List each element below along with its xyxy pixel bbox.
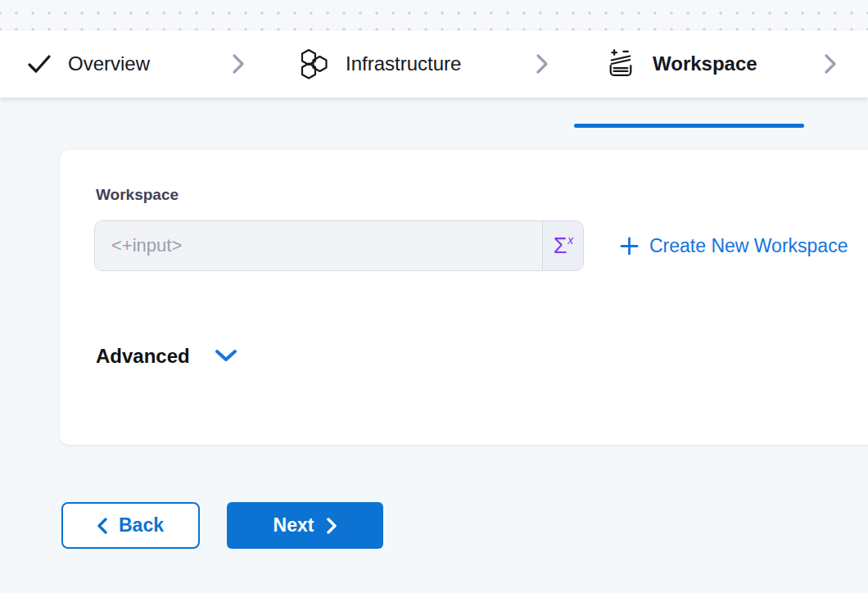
advanced-label: Advanced [96,345,190,368]
chevron-down-icon [215,349,237,364]
back-button[interactable]: Back [61,502,200,549]
chevron-right-icon [232,30,245,97]
check-icon [27,54,52,74]
step-overview[interactable]: Overview [27,30,150,97]
step-label: Overview [68,52,150,75]
create-new-workspace-link[interactable]: Create New Workspace [620,220,848,271]
step-label: Infrastructure [346,52,461,75]
hexagon-cluster-icon [298,48,329,80]
chevron-left-icon [97,518,107,534]
advanced-section-toggle[interactable]: Advanced [96,345,237,368]
workspace-field-label: Workspace [96,186,179,204]
dotted-background-band [0,0,868,30]
step-workspace[interactable]: Workspace [605,30,757,97]
workspace-input[interactable] [95,221,542,270]
plus-icon [620,237,639,256]
create-link-label: Create New Workspace [649,235,848,257]
step-label: Workspace [653,52,757,75]
chevron-right-icon [327,518,337,534]
workspace-form-card: Workspace Σx Create New Workspace Advanc… [60,150,868,445]
sigma-icon: Σ [554,233,567,259]
wizard-stepper: Overview Infrastructure [0,30,868,97]
active-step-underline [574,124,804,128]
step-infrastructure[interactable]: Infrastructure [298,30,461,97]
back-button-label: Back [119,514,164,536]
workspace-input-group: Σx [94,220,584,271]
chevron-right-icon [824,30,837,97]
next-button-label: Next [274,514,314,536]
chevron-right-icon [536,30,549,97]
expression-sigma-button[interactable]: Σx [542,221,583,270]
next-button[interactable]: Next [227,502,383,549]
workspace-stack-icon [605,48,636,79]
